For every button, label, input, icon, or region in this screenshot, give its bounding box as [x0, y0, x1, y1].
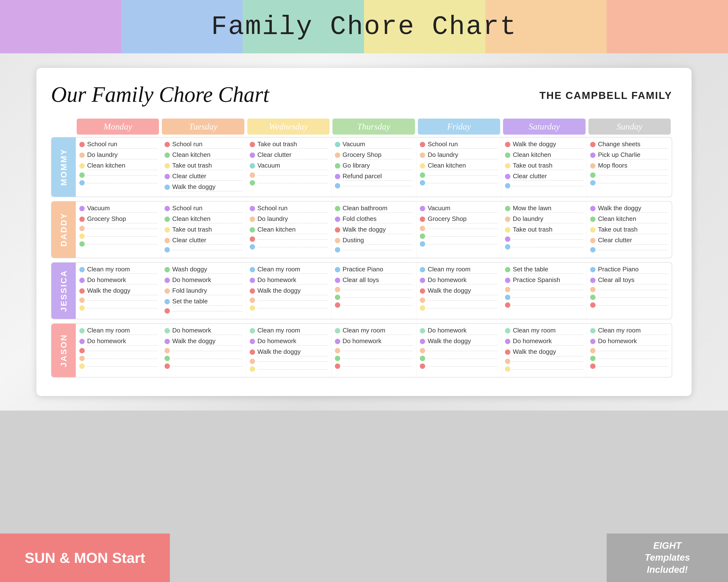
chore-dot [164, 153, 170, 158]
chore-item: Walk the doggy [250, 287, 328, 295]
chore-item [79, 305, 157, 311]
chore-item: Do homework [164, 327, 243, 335]
chore-item: School run [250, 204, 328, 213]
chore-text [87, 244, 157, 244]
chore-item: Practice Piano [335, 266, 413, 274]
chore-item [335, 287, 413, 292]
chore-text: Clean kitchen [172, 215, 243, 223]
chore-dot [335, 295, 340, 300]
chore-text: Do laundry [87, 151, 157, 159]
day-cell-jessica-5: Set the tablePractice Spanish [501, 262, 587, 319]
chore-dot [79, 206, 85, 211]
chore-text: Walk the doggy [513, 140, 583, 149]
chore-item: Clear clutter [505, 172, 583, 181]
chore-item: Clean my room [505, 327, 583, 335]
chore-text: Clean kitchen [427, 162, 498, 170]
chore-dot [164, 185, 170, 190]
chore-item: Grocery Shop [420, 215, 498, 223]
chore-text [427, 300, 498, 301]
chore-dot [250, 244, 255, 250]
chore-text: Clean my room [87, 266, 157, 274]
chore-item [420, 226, 498, 231]
day-cell-daddy-4: VacuumGrocery Shop [416, 201, 501, 258]
chore-text: Clean kitchen [87, 162, 157, 170]
chore-item [505, 237, 583, 242]
chore-text: Wash doggy [172, 266, 243, 274]
chore-item: Dusting [335, 237, 413, 245]
chore-dot [79, 163, 85, 169]
chore-dot [590, 287, 596, 292]
chore-text: Practice Piano [343, 266, 413, 274]
chore-item [164, 363, 243, 369]
chore-item [420, 180, 498, 186]
day-cell-jessica-6: Practice PianoClear all toys [587, 262, 672, 319]
chore-dot [79, 356, 85, 361]
chore-item [590, 172, 668, 178]
chore-text [258, 239, 328, 240]
chore-text: School run [87, 140, 157, 149]
chore-text [87, 228, 157, 229]
chore-dot [505, 227, 510, 232]
chore-dot [335, 183, 340, 188]
chore-dot [590, 206, 596, 211]
chore-dot [79, 363, 85, 369]
chore-dot [250, 298, 255, 303]
chore-item: Clean kitchen [164, 151, 243, 159]
chore-item [335, 348, 413, 353]
chore-text: Walk the doggy [427, 337, 498, 345]
chore-text [513, 305, 583, 306]
chore-item [420, 241, 498, 247]
chore-dot [505, 359, 510, 364]
chore-item: Do homework [164, 276, 243, 284]
person-row-daddy: DADDYVacuumGrocery ShopSchool runClean k… [51, 201, 672, 258]
chore-text: Walk the doggy [513, 348, 583, 356]
chore-dot [420, 305, 425, 311]
chore-dot [505, 366, 510, 372]
chore-item: Pick up Charlie [590, 151, 668, 159]
chore-dot [335, 328, 340, 333]
chore-text [343, 351, 413, 351]
chore-item [250, 172, 328, 178]
chore-text: Clean my room [343, 327, 413, 335]
chore-dot [164, 278, 170, 283]
day-cell-daddy-2: School runDo laundryClean kitchen [246, 201, 331, 258]
chore-dot [164, 308, 170, 313]
chore-text [172, 366, 243, 367]
chore-text [427, 244, 498, 244]
chore-dot [335, 142, 340, 147]
chore-dot [590, 142, 596, 147]
chore-text: Walk the doggy [172, 337, 243, 345]
chore-text [427, 236, 498, 237]
person-label-daddy: DADDY [51, 201, 76, 258]
chore-item: Clear clutter [164, 172, 243, 181]
chore-dot [420, 206, 425, 211]
chore-dot [250, 339, 255, 344]
chore-dot [250, 206, 255, 211]
chore-dot [335, 267, 340, 272]
chore-text [172, 358, 243, 359]
day-cell-jessica-3: Practice PianoClear all toys [331, 262, 416, 319]
chore-item: Clear all toys [335, 276, 413, 284]
chore-text [598, 351, 668, 351]
chore-item: Walk the doggy [335, 226, 413, 234]
chore-item: Take out trash [250, 140, 328, 149]
chore-item: Vacuum [335, 140, 413, 149]
chore-text: Dusting [343, 237, 413, 245]
chore-text [598, 305, 668, 306]
chore-item [590, 302, 668, 308]
day-cell-mommy-4: School runDo laundryClean kitchen [416, 138, 501, 197]
chore-dot [590, 267, 596, 272]
chore-item: Clean my room [250, 327, 328, 335]
chore-item: Clean kitchen [164, 215, 243, 223]
day-cell-daddy-0: VacuumGrocery Shop [76, 201, 161, 258]
chore-text [172, 311, 243, 311]
chore-item: Clean bathroom [335, 204, 413, 213]
chore-item: Practice Spanish [505, 276, 583, 284]
chore-dot [505, 142, 510, 147]
chore-dot [420, 241, 425, 247]
chore-text: Clear clutter [513, 172, 583, 181]
people-container: MOMMYSchool runDo laundryClean kitchenSc… [51, 137, 672, 378]
footer: SUN & MON Start EIGHTTemplatesIncluded! [0, 533, 728, 582]
chore-dot [79, 278, 85, 283]
chore-text [343, 366, 413, 367]
